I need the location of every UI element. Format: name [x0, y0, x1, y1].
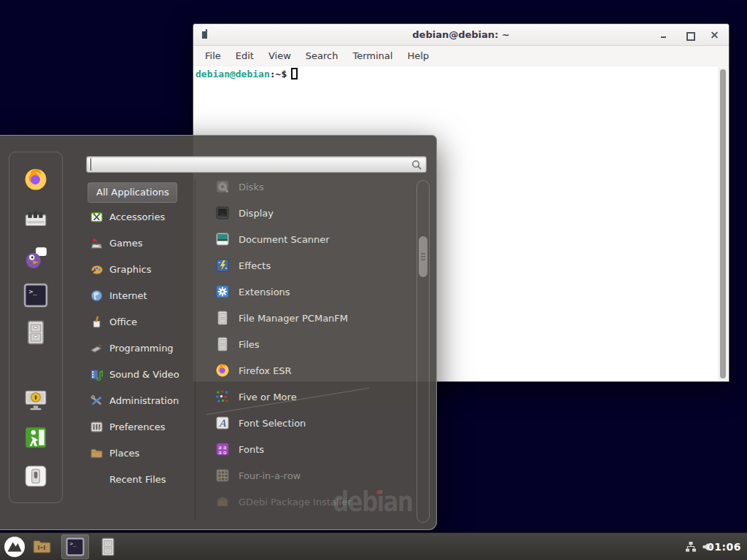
menu-button[interactable]: [3, 535, 26, 559]
favorite-firefox[interactable]: [23, 167, 48, 192]
app-label: Display: [239, 208, 274, 219]
menu-terminal[interactable]: Terminal: [345, 50, 400, 61]
menu-search[interactable]: Search: [298, 50, 346, 61]
clock[interactable]: 01:06: [707, 533, 741, 560]
maximize-button[interactable]: [682, 24, 698, 46]
app-label: Font Selection: [239, 418, 306, 429]
terminal-icon: >_: [66, 537, 85, 556]
app-item-effects[interactable]: Effects: [206, 252, 414, 279]
shell-prompt: debian@debian:~$: [196, 68, 298, 79]
terminal-scrollbar-thumb[interactable]: [720, 69, 726, 378]
category-label: Administration: [109, 395, 179, 406]
category-programming[interactable]: Programming: [88, 335, 196, 361]
file-manager-launcher[interactable]: [32, 537, 52, 556]
terminal-titlebar[interactable]: debian@debian: ~: [193, 24, 729, 46]
svg-text:>_: >_: [70, 540, 77, 547]
category-sound-video[interactable]: Sound & Video: [88, 361, 196, 387]
search-input[interactable]: [90, 158, 404, 171]
close-button[interactable]: [707, 24, 723, 46]
firefox-icon: [23, 167, 48, 192]
document-scanner-icon: [215, 232, 230, 246]
app-label: Effects: [239, 260, 271, 271]
search-box: [86, 156, 427, 173]
all-applications-button[interactable]: All Applications: [88, 182, 177, 203]
disks-icon: [215, 179, 230, 194]
app-label: Disks: [239, 182, 264, 192]
applications-menu: debian >_: [0, 135, 437, 530]
category-label: Accessories: [109, 211, 165, 222]
category-graphics[interactable]: Graphics: [88, 256, 196, 282]
favorite-shut-down[interactable]: [23, 464, 48, 489]
terminal-cursor: [291, 68, 298, 79]
fonts-icon: a aa o: [215, 442, 230, 456]
svg-text:A: A: [218, 418, 226, 429]
prompt-path: :~$: [270, 69, 287, 79]
folder-icon: [32, 537, 52, 556]
prompt-user-host: debian@debian: [196, 69, 270, 79]
app-item-firefox-esr[interactable]: Firefox ESR: [206, 357, 414, 384]
favorite-control-center[interactable]: [23, 207, 48, 232]
terminal-taskbar-button[interactable]: >_: [66, 537, 85, 556]
category-administration[interactable]: Administration: [88, 387, 196, 413]
app-item-document-scanner[interactable]: Document Scanner: [206, 226, 414, 252]
app-item-extensions[interactable]: Extensions: [206, 279, 414, 305]
menu-scrollbar[interactable]: [417, 180, 430, 523]
app-item-file-manager-pcmanfm[interactable]: File Manager PCManFM: [206, 305, 414, 331]
recent-files-icon-spacer: [90, 473, 103, 486]
favorite-terminal[interactable]: >_: [23, 283, 48, 308]
app-item-display[interactable]: Display: [206, 200, 414, 226]
taskbar: >_ 01:06: [0, 532, 747, 560]
menu-view[interactable]: View: [261, 50, 298, 61]
app-label: Fonts: [239, 444, 264, 455]
favorite-file-manager[interactable]: [23, 320, 48, 345]
category-games[interactable]: Games: [88, 230, 196, 256]
four-in-a-row-icon: [215, 468, 230, 483]
shut-down-icon: [23, 464, 48, 489]
category-label: Internet: [109, 290, 147, 301]
menu-scrollbar-thumb[interactable]: [419, 236, 427, 277]
file-cabinet-icon: [215, 311, 230, 325]
pidgin-icon: [23, 245, 48, 270]
category-office[interactable]: Office: [88, 308, 196, 335]
effects-icon: [215, 258, 230, 273]
firefox-icon: [215, 363, 230, 378]
favorite-pidgin[interactable]: [23, 245, 48, 270]
menu-file[interactable]: File: [198, 50, 228, 61]
files-taskbar-button[interactable]: [98, 537, 117, 556]
category-label: Graphics: [109, 264, 151, 275]
app-item-gdebi-package-installer[interactable]: GDebi Package Installer: [206, 489, 414, 515]
category-preferences[interactable]: Preferences: [88, 413, 196, 440]
app-item-fonts[interactable]: a aa o Fonts: [206, 436, 414, 462]
desktop[interactable]: debian@debian: ~ File Edit View Search T…: [0, 0, 747, 560]
lock-screen-icon: [23, 387, 48, 412]
category-label: Preferences: [109, 421, 165, 432]
app-label: Document Scanner: [239, 234, 330, 245]
minimize-button[interactable]: [656, 24, 672, 46]
app-item-font-selection[interactable]: A Font Selection: [206, 410, 414, 436]
terminal-scrollbar[interactable]: [718, 67, 728, 381]
svg-text:>_: >_: [28, 287, 37, 295]
menu-help[interactable]: Help: [400, 50, 436, 61]
terminal-menubar: File Edit View Search Terminal Help: [193, 46, 729, 66]
category-recent-files[interactable]: Recent Files: [88, 466, 196, 492]
file-cabinet-icon: [215, 337, 230, 351]
svg-text:a o: a o: [219, 450, 227, 456]
menu-edit[interactable]: Edit: [228, 50, 261, 61]
app-item-disks[interactable]: Disks: [206, 174, 414, 200]
administration-icon: [90, 394, 103, 407]
programming-icon: [90, 342, 103, 354]
app-item-four-in-a-row[interactable]: Four-in-a-row: [206, 462, 414, 489]
app-item-files[interactable]: Files: [206, 331, 414, 357]
category-label: Places: [109, 448, 139, 459]
network-icon[interactable]: [685, 541, 697, 553]
places-icon: [90, 447, 103, 459]
category-accessories[interactable]: Accessories: [88, 203, 196, 230]
terminal-icon: >_: [23, 283, 48, 308]
app-label: Extensions: [239, 287, 290, 298]
graphics-icon: [90, 263, 103, 276]
category-internet[interactable]: Internet: [88, 282, 196, 308]
sound-video-icon: [90, 368, 103, 381]
favorite-log-out[interactable]: [23, 425, 48, 450]
favorite-lock-screen[interactable]: [23, 387, 48, 412]
category-places[interactable]: Places: [88, 440, 196, 466]
